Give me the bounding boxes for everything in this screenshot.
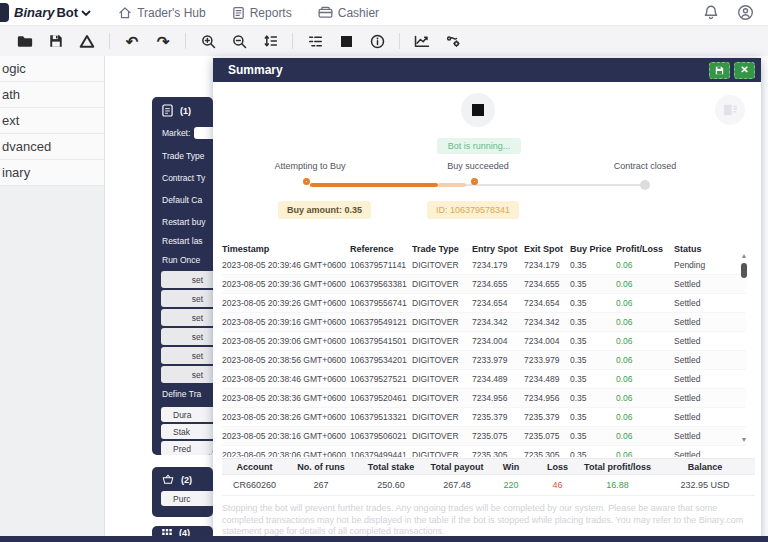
table-row[interactable]: 2023-08-05 20:39:06 GMT+0600 10637954150… xyxy=(222,332,746,351)
folder-open-icon[interactable] xyxy=(16,32,34,50)
toolbox-category[interactable]: inary xyxy=(0,160,104,186)
nav-reports[interactable]: Reports xyxy=(232,6,292,20)
buy-amount-tooltip: Buy amount: 0.35 xyxy=(278,201,371,219)
set-variable-block[interactable]: set xyxy=(161,290,213,307)
col-balance: Balance xyxy=(655,462,755,472)
scrollbar-thumb[interactable] xyxy=(741,263,747,278)
table-row[interactable]: 2023-08-05 20:39:26 GMT+0600 10637955674… xyxy=(222,294,746,313)
table-row[interactable]: 2023-08-05 20:38:46 GMT+0600 10637952752… xyxy=(222,370,746,389)
table-row[interactable]: 2023-08-05 20:39:36 GMT+0600 10637956338… xyxy=(222,275,746,294)
stop-icon[interactable] xyxy=(337,32,355,50)
trade-option-block[interactable]: Pred xyxy=(161,441,213,455)
col-reference: Reference xyxy=(350,244,412,254)
undo-icon[interactable]: ↶ xyxy=(123,32,141,50)
cell-exit-spot: 7234.489 xyxy=(524,374,570,384)
cell-exit-spot: 7234.179 xyxy=(524,260,570,270)
trading-view-icon[interactable] xyxy=(444,32,462,50)
stepper-dot-succeeded xyxy=(471,178,478,185)
chevron-down-icon xyxy=(80,7,92,19)
google-drive-icon[interactable] xyxy=(78,32,96,50)
summary-modal-header[interactable]: Summary ✕ xyxy=(213,58,761,82)
trade-parameters-block[interactable]: (1) Market: Trade Type Contract Ty Defau… xyxy=(152,97,213,455)
cell-reference: 106379499441 xyxy=(350,450,412,457)
toolbar-separator xyxy=(399,33,400,49)
stop-bot-button[interactable] xyxy=(461,93,495,127)
brand-menu[interactable]: Binary Bot xyxy=(14,5,92,20)
table-row[interactable]: 2023-08-05 20:39:46 GMT+0600 10637957114… xyxy=(222,256,746,275)
trade-option-block[interactable]: Stak xyxy=(161,424,213,439)
basket-icon xyxy=(162,474,174,485)
cell-timestamp: 2023-08-05 20:39:36 GMT+0600 xyxy=(222,279,350,289)
nav-traders-hub[interactable]: Trader's Hub xyxy=(118,6,206,20)
set-variable-block[interactable]: set xyxy=(161,347,213,364)
rearrange-blocks-icon[interactable] xyxy=(306,32,324,50)
close-summary-button[interactable]: ✕ xyxy=(734,62,755,79)
table-row[interactable]: 2023-08-05 20:38:56 GMT+0600 10637953420… xyxy=(222,351,746,370)
cell-status: Settled xyxy=(674,298,724,308)
sort-blocks-icon[interactable] xyxy=(261,32,279,50)
scroll-down-icon[interactable]: ▼ xyxy=(739,436,749,443)
table-row[interactable]: 2023-08-05 20:38:36 GMT+0600 10637952046… xyxy=(222,389,746,408)
export-summary-button[interactable] xyxy=(709,62,730,79)
table-row[interactable]: 2023-08-05 20:38:26 GMT+0600 10637951332… xyxy=(222,408,746,427)
zoom-in-icon[interactable] xyxy=(199,32,217,50)
cell-status: Settled xyxy=(674,374,724,384)
close-icon: ✕ xyxy=(740,65,748,75)
nav-cashier[interactable]: Cashier xyxy=(318,6,379,20)
cell-entry-spot: 7234.655 xyxy=(472,279,524,289)
bot-stop-disclaimer: Stopping the bot will prevent further tr… xyxy=(222,503,746,538)
cell-reference: 106379541501 xyxy=(350,336,412,346)
cell-timestamp: 2023-08-05 20:39:06 GMT+0600 xyxy=(222,336,350,346)
account-id: CR660260 xyxy=(222,480,287,490)
info-icon[interactable] xyxy=(368,32,386,50)
summary-modal: Summary ✕ Bot is running... Attempting t… xyxy=(213,58,761,542)
notifications-bell-icon[interactable] xyxy=(703,4,719,21)
cell-profit-loss: 0.06 xyxy=(616,298,674,308)
cell-buy-price: 0.35 xyxy=(570,279,616,289)
set-variable-block[interactable]: set xyxy=(161,271,213,288)
trade-option-block[interactable]: Dura xyxy=(161,407,213,422)
stepper-dot-closed xyxy=(640,180,650,190)
zoom-out-icon[interactable] xyxy=(230,32,248,50)
cell-entry-spot: 7234.004 xyxy=(472,336,524,346)
table-row[interactable]: 2023-08-05 20:38:06 GMT+0600 10637949944… xyxy=(222,446,746,457)
cell-timestamp: 2023-08-05 20:39:46 GMT+0600 xyxy=(222,260,350,270)
app-header: Binary Bot Trader's Hub Reports Cashier xyxy=(0,0,768,26)
cell-status: Settled xyxy=(674,431,724,441)
purchase-block[interactable]: Purc xyxy=(161,491,213,506)
redo-icon[interactable]: ↷ xyxy=(154,32,172,50)
col-entry-spot: Entry Spot xyxy=(472,244,524,254)
table-scrollbar[interactable]: ▲ xyxy=(739,252,749,442)
chart-icon[interactable] xyxy=(413,32,431,50)
set-variable-block[interactable]: set xyxy=(161,328,213,345)
cell-status: Settled xyxy=(674,317,724,327)
table-row[interactable]: 2023-08-05 20:38:16 GMT+0600 10637950602… xyxy=(222,427,746,446)
cell-profit-loss: 0.06 xyxy=(616,450,674,457)
cell-buy-price: 0.35 xyxy=(570,374,616,384)
cell-buy-price: 0.35 xyxy=(570,431,616,441)
scroll-up-icon[interactable]: ▲ xyxy=(739,252,749,260)
set-variable-block[interactable]: set xyxy=(161,309,213,326)
cell-trade-type: DIGITOVER xyxy=(412,298,472,308)
col-total-stake: Total stake xyxy=(355,462,427,472)
brand-bot: Bot xyxy=(56,5,78,20)
cell-entry-spot: 7235.379 xyxy=(472,412,524,422)
toolbox-category[interactable]: ext xyxy=(0,108,104,134)
cell-entry-spot: 7233.979 xyxy=(472,355,524,365)
cell-entry-spot: 7234.179 xyxy=(472,260,524,270)
loss-count: 46 xyxy=(535,480,580,490)
purchase-conditions-block[interactable]: (2) Purc xyxy=(152,467,213,517)
table-row[interactable]: 2023-08-05 20:39:16 GMT+0600 10637954912… xyxy=(222,313,746,332)
market-dropdown[interactable] xyxy=(194,127,213,139)
cell-exit-spot: 7234.004 xyxy=(524,336,570,346)
cell-reference: 106379534201 xyxy=(350,355,412,365)
set-variable-block[interactable]: set xyxy=(161,366,213,383)
define-trade-label: Define Tra xyxy=(152,385,213,405)
toolbox-category[interactable]: ath xyxy=(0,82,104,108)
save-icon[interactable] xyxy=(47,32,65,50)
account-profile-icon[interactable] xyxy=(737,4,754,21)
toolbox-category[interactable]: ogic xyxy=(0,56,104,82)
cell-buy-price: 0.35 xyxy=(570,317,616,327)
account-summary-header: Account No. of runs Total stake Total pa… xyxy=(222,458,755,475)
toolbox-category[interactable]: dvanced xyxy=(0,134,104,160)
